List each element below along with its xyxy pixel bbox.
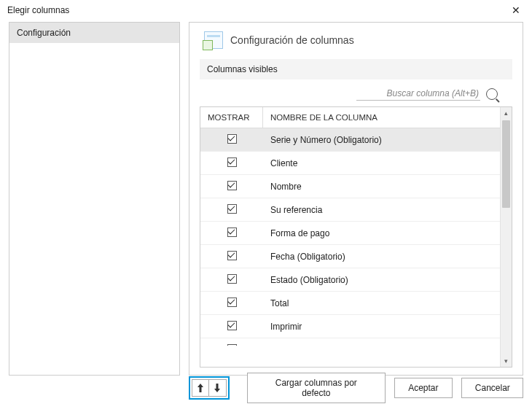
scroll-up-icon[interactable]: ▴ xyxy=(501,107,512,119)
section-title: Configuración de columnas xyxy=(230,34,354,46)
table-row[interactable]: Fecha vto. xyxy=(200,338,500,346)
main-panel: Configuración de columnas Columnas visib… xyxy=(189,22,523,376)
show-checkbox[interactable] xyxy=(227,134,237,144)
table-row[interactable]: Nombre xyxy=(200,175,500,198)
table-row[interactable]: Estado (Obligatorio) xyxy=(200,268,500,292)
columns-table: MOSTRAR NOMBRE DE LA COLUMNA Serie y Núm… xyxy=(200,106,512,368)
close-icon[interactable]: ✕ xyxy=(507,3,525,18)
load-defaults-button[interactable]: Cargar columnas por defecto xyxy=(247,373,386,403)
window-title: Elegir columnas xyxy=(7,5,69,15)
columns-config-icon xyxy=(204,31,223,49)
header-name[interactable]: NOMBRE DE LA COLUMNA xyxy=(263,107,500,128)
column-name-cell: Estado (Obligatorio) xyxy=(263,275,500,285)
show-checkbox[interactable] xyxy=(227,321,237,330)
column-name-cell: Imprimir xyxy=(263,322,500,332)
arrow-up-icon xyxy=(197,383,204,393)
table-row[interactable]: Total xyxy=(200,292,500,315)
search-icon[interactable] xyxy=(486,88,498,100)
table-row[interactable]: Forma de pago xyxy=(200,222,500,245)
column-name-cell: Cliente xyxy=(263,158,500,168)
show-checkbox[interactable] xyxy=(227,298,237,307)
column-name-cell: Serie y Número (Obligatorio) xyxy=(263,135,500,145)
table-row[interactable]: Imprimir xyxy=(200,315,500,338)
column-name-cell: Fecha vto. xyxy=(263,345,500,346)
show-checkbox[interactable] xyxy=(227,158,237,167)
header-show[interactable]: MOSTRAR xyxy=(200,107,263,128)
show-checkbox[interactable] xyxy=(227,251,237,260)
table-row[interactable]: Cliente xyxy=(200,152,500,175)
show-checkbox[interactable] xyxy=(227,344,237,346)
move-up-button[interactable] xyxy=(192,379,209,397)
show-checkbox[interactable] xyxy=(227,274,237,284)
column-name-cell: Fecha (Obligatorio) xyxy=(263,252,500,262)
footer: Cargar columnas por defecto Aceptar Canc… xyxy=(0,365,532,412)
move-down-button[interactable] xyxy=(209,379,227,397)
column-name-cell: Nombre xyxy=(263,182,500,192)
column-name-cell: Total xyxy=(263,298,500,308)
arrow-down-icon xyxy=(214,383,221,393)
table-row[interactable]: Serie y Número (Obligatorio) xyxy=(200,128,500,152)
visible-columns-header: Columnas visibles xyxy=(200,59,512,79)
sidebar-item-configuracion[interactable]: Configuración xyxy=(9,23,179,43)
cancel-button[interactable]: Cancelar xyxy=(461,378,523,398)
column-name-cell: Forma de pago xyxy=(263,228,500,238)
table-row[interactable]: Su referencia xyxy=(200,198,500,222)
show-checkbox[interactable] xyxy=(227,181,237,190)
reorder-buttons xyxy=(189,376,230,400)
show-checkbox[interactable] xyxy=(227,228,237,237)
scroll-thumb[interactable] xyxy=(502,120,510,208)
sidebar: Configuración xyxy=(9,22,180,376)
search-input[interactable] xyxy=(356,87,480,101)
vertical-scrollbar[interactable]: ▴ ▾ xyxy=(500,107,512,367)
show-checkbox[interactable] xyxy=(227,204,237,214)
column-name-cell: Su referencia xyxy=(263,205,500,215)
table-row[interactable]: Fecha (Obligatorio) xyxy=(200,245,500,268)
titlebar: Elegir columnas ✕ xyxy=(0,0,532,22)
accept-button[interactable]: Aceptar xyxy=(394,378,453,398)
